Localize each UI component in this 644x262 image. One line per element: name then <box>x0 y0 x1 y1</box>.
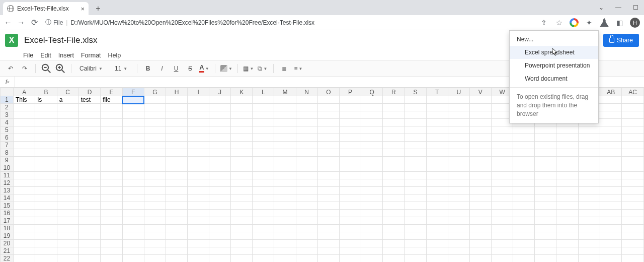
cell[interactable] <box>405 255 426 263</box>
cell[interactable] <box>101 134 122 142</box>
cell[interactable] <box>35 126 57 134</box>
cell[interactable] <box>274 179 296 187</box>
cell[interactable] <box>556 149 578 157</box>
cell[interactable] <box>253 187 274 194</box>
cell[interactable] <box>144 202 166 210</box>
cell[interactable] <box>317 149 339 157</box>
cell[interactable] <box>513 164 535 172</box>
cell[interactable] <box>317 255 339 263</box>
cell[interactable] <box>491 157 513 164</box>
cell[interactable] <box>361 111 383 119</box>
cell[interactable] <box>361 149 383 157</box>
cell[interactable] <box>513 202 535 210</box>
cell[interactable] <box>578 187 600 194</box>
cell[interactable] <box>469 179 491 187</box>
cell[interactable] <box>578 255 600 263</box>
cell[interactable] <box>296 119 317 126</box>
cell[interactable] <box>35 202 57 210</box>
cell[interactable] <box>274 194 296 202</box>
cell[interactable] <box>600 164 621 172</box>
cell[interactable] <box>491 164 513 172</box>
zoom-in-icon[interactable] <box>55 63 66 74</box>
cell[interactable]: a <box>57 96 78 104</box>
cell[interactable] <box>361 126 383 134</box>
row-header[interactable]: 3 <box>1 111 14 119</box>
cell[interactable] <box>600 104 621 111</box>
dropdown-item-word[interactable]: Word document <box>510 72 598 85</box>
cell[interactable] <box>426 111 448 119</box>
cell[interactable] <box>426 179 448 187</box>
cell[interactable] <box>231 157 253 164</box>
cell[interactable] <box>600 240 621 247</box>
cell[interactable] <box>231 142 253 149</box>
borders-icon[interactable]: ▦▼ <box>243 63 254 74</box>
cell[interactable] <box>13 232 35 240</box>
cell[interactable] <box>383 172 405 179</box>
cell[interactable] <box>383 111 405 119</box>
cell[interactable] <box>13 240 35 247</box>
cell[interactable] <box>405 96 426 104</box>
cell[interactable] <box>231 202 253 210</box>
cell[interactable] <box>383 126 405 134</box>
cell[interactable] <box>57 210 78 217</box>
cell[interactable] <box>274 149 296 157</box>
cell[interactable] <box>122 255 144 263</box>
cell[interactable] <box>361 240 383 247</box>
cell[interactable] <box>188 240 209 247</box>
cell[interactable] <box>426 225 448 232</box>
cell[interactable] <box>513 179 535 187</box>
cell[interactable] <box>122 172 144 179</box>
cell[interactable] <box>78 134 101 142</box>
row-header[interactable]: 12 <box>1 179 14 187</box>
cell[interactable] <box>274 202 296 210</box>
cell[interactable] <box>491 179 513 187</box>
share-url-icon[interactable]: ⇪ <box>539 18 548 27</box>
cell[interactable] <box>209 210 231 217</box>
cell[interactable] <box>101 179 122 187</box>
cell[interactable] <box>296 179 317 187</box>
cell[interactable] <box>35 247 57 255</box>
cell[interactable] <box>166 194 187 202</box>
undo-icon[interactable]: ↶ <box>5 63 16 74</box>
cell[interactable] <box>144 179 166 187</box>
underline-icon[interactable]: U <box>171 63 182 74</box>
cell[interactable] <box>513 240 535 247</box>
cell[interactable] <box>578 210 600 217</box>
cell[interactable] <box>426 194 448 202</box>
cell[interactable] <box>209 187 231 194</box>
cell[interactable] <box>317 240 339 247</box>
cell[interactable] <box>209 202 231 210</box>
cell[interactable] <box>122 187 144 194</box>
cell[interactable] <box>231 210 253 217</box>
fill-color-icon[interactable]: ▼ <box>220 63 232 74</box>
cell[interactable] <box>317 225 339 232</box>
cell[interactable] <box>426 104 448 111</box>
cell[interactable] <box>426 119 448 126</box>
cell[interactable] <box>166 247 187 255</box>
cell[interactable] <box>78 149 101 157</box>
cell[interactable] <box>600 247 621 255</box>
cell[interactable] <box>535 126 556 134</box>
cell[interactable] <box>166 172 187 179</box>
cell[interactable] <box>209 164 231 172</box>
forward-icon[interactable]: → <box>17 19 25 27</box>
cell[interactable] <box>491 149 513 157</box>
cell[interactable] <box>101 104 122 111</box>
cell[interactable] <box>274 240 296 247</box>
cell[interactable] <box>513 247 535 255</box>
cell[interactable] <box>556 157 578 164</box>
cell[interactable] <box>426 210 448 217</box>
cell[interactable] <box>253 232 274 240</box>
cell[interactable] <box>622 149 644 157</box>
cell[interactable] <box>448 255 469 263</box>
cell[interactable] <box>556 172 578 179</box>
column-header[interactable]: P <box>339 88 361 96</box>
cell[interactable] <box>231 247 253 255</box>
cell[interactable] <box>535 255 556 263</box>
cell[interactable] <box>405 217 426 225</box>
cell[interactable] <box>13 104 35 111</box>
cell[interactable] <box>35 217 57 225</box>
cell[interactable] <box>144 247 166 255</box>
cell[interactable] <box>622 142 644 149</box>
cell[interactable] <box>57 164 78 172</box>
